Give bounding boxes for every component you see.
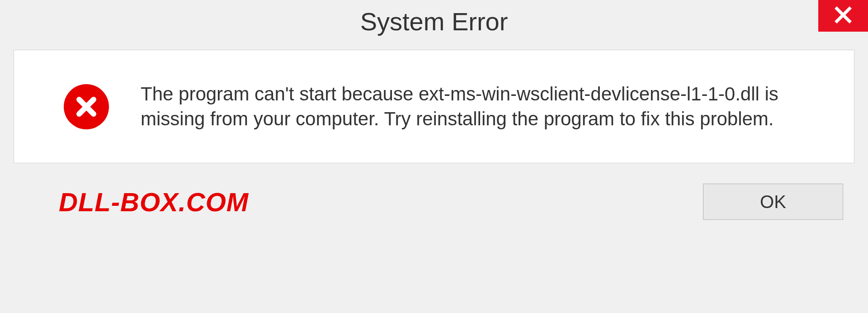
ok-button[interactable]: OK <box>703 184 843 220</box>
close-icon <box>834 6 852 26</box>
close-button[interactable] <box>818 0 868 32</box>
titlebar: System Error <box>0 0 868 50</box>
error-icon <box>64 84 109 129</box>
content-panel: The program can't start because ext-ms-w… <box>14 50 854 163</box>
footer: DLL-BOX.COM OK <box>0 163 868 233</box>
error-message: The program can't start because ext-ms-w… <box>141 82 831 131</box>
watermark-text: DLL-BOX.COM <box>59 187 249 217</box>
dialog-title: System Error <box>360 7 508 36</box>
